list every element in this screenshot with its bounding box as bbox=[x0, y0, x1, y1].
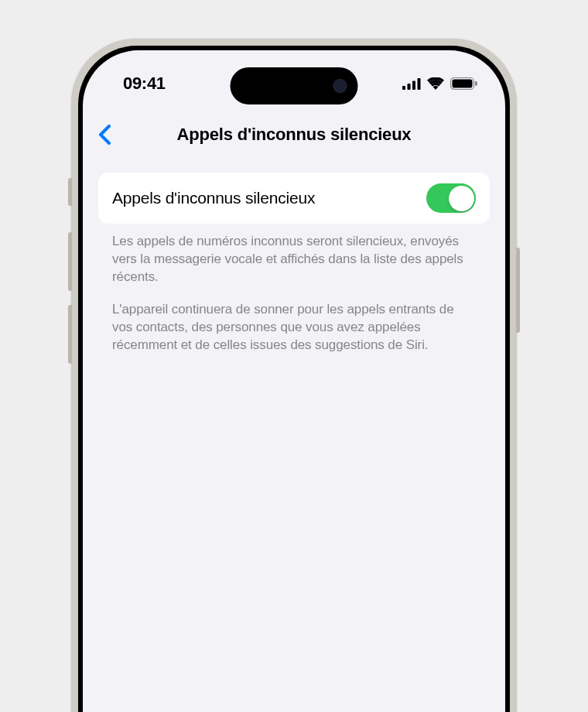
svg-rect-3 bbox=[418, 78, 421, 90]
chevron-left-icon bbox=[98, 125, 111, 145]
svg-rect-6 bbox=[475, 81, 477, 86]
setting-label: Appels d'inconnus silencieux bbox=[112, 189, 315, 207]
toggle-knob bbox=[449, 186, 474, 211]
footer-paragraph-2: L'appareil continuera de sonner pour les… bbox=[112, 301, 476, 354]
status-right bbox=[402, 77, 477, 90]
svg-rect-5 bbox=[453, 80, 473, 88]
page-title: Appels d'inconnus silencieux bbox=[83, 125, 505, 145]
wifi-icon bbox=[427, 77, 444, 90]
volume-up-button bbox=[68, 232, 72, 291]
battery-icon bbox=[450, 77, 477, 90]
cellular-icon bbox=[402, 78, 421, 90]
back-button[interactable] bbox=[94, 125, 125, 145]
svg-rect-0 bbox=[402, 86, 405, 90]
front-camera bbox=[333, 79, 347, 93]
content: Appels d'inconnus silencieux Les appels … bbox=[83, 173, 505, 354]
nav-bar: Appels d'inconnus silencieux bbox=[83, 114, 505, 156]
svg-rect-1 bbox=[408, 84, 411, 90]
phone-bezel: 09:41 bbox=[78, 46, 510, 712]
phone-frame: 09:41 bbox=[71, 39, 517, 712]
status-time: 09:41 bbox=[123, 74, 166, 94]
svg-rect-2 bbox=[412, 80, 415, 90]
footer-paragraph-1: Les appels de numéros inconnus seront si… bbox=[112, 233, 476, 286]
side-button bbox=[68, 178, 72, 206]
screen: 09:41 bbox=[83, 50, 505, 712]
silence-unknown-toggle[interactable] bbox=[426, 183, 476, 213]
footer-description: Les appels de numéros inconnus seront si… bbox=[98, 224, 490, 354]
dynamic-island bbox=[231, 67, 358, 104]
power-button bbox=[516, 248, 520, 333]
setting-row: Appels d'inconnus silencieux bbox=[98, 173, 490, 224]
volume-down-button bbox=[68, 305, 72, 364]
